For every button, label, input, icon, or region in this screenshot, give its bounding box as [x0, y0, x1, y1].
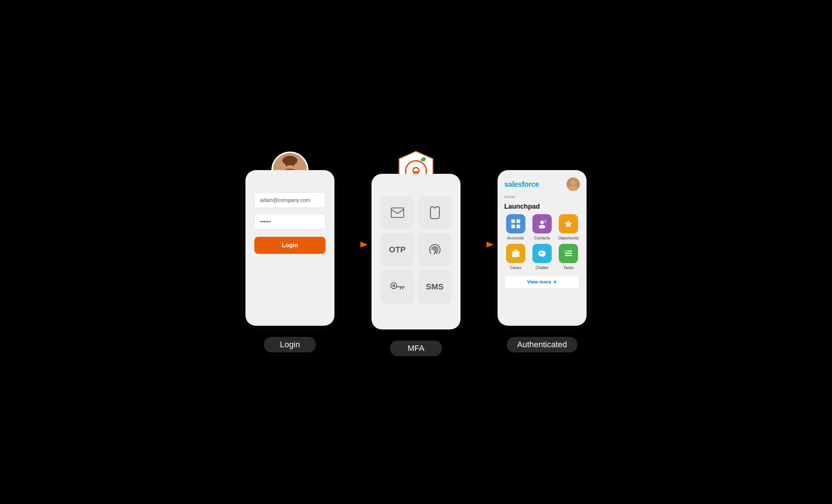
- sf-card-wrapper: salesforce Home Launchpad: [498, 170, 587, 326]
- svg-rect-32: [544, 222, 546, 223]
- contacts-icon: [532, 214, 552, 233]
- mfa-label: MFA: [390, 341, 442, 356]
- mfa-sms-option[interactable]: SMS: [418, 270, 452, 304]
- svg-rect-13: [391, 208, 404, 218]
- svg-marker-9: [360, 242, 368, 248]
- svg-point-15: [392, 285, 395, 287]
- mfa-phone-option[interactable]: [418, 196, 452, 229]
- arrow-2: [464, 239, 494, 265]
- chevron-down-icon: ∨: [553, 279, 557, 285]
- authenticated-label: Authenticated: [507, 337, 578, 352]
- sf-app-accounts[interactable]: Accounts: [504, 214, 527, 240]
- mfa-key-option[interactable]: [380, 270, 414, 304]
- sf-apps-grid: Accounts Conta: [504, 214, 580, 270]
- tasks-label: Tasks: [563, 265, 574, 270]
- svg-rect-35: [565, 253, 572, 254]
- email-input[interactable]: [254, 192, 326, 208]
- login-card-wrapper: Login: [245, 170, 334, 326]
- sf-app-chatter[interactable]: Chatter: [531, 244, 553, 270]
- accounts-icon: [506, 214, 525, 233]
- svg-point-28: [540, 220, 544, 224]
- chatter-icon: [532, 244, 552, 263]
- sf-app-contacts[interactable]: Contacts: [531, 214, 553, 240]
- mfa-otp-option[interactable]: OTP: [380, 233, 414, 266]
- opportunity-label: Opportunity: [558, 236, 579, 240]
- login-card: Login: [245, 170, 334, 326]
- svg-point-2: [283, 156, 297, 165]
- sf-app-tasks[interactable]: Tasks: [557, 244, 580, 270]
- chatter-label: Chatter: [535, 265, 549, 270]
- svg-rect-30: [544, 220, 547, 221]
- cases-icon: [506, 244, 525, 263]
- view-more-label: View more: [527, 279, 551, 285]
- svg-rect-31: [544, 221, 547, 222]
- svg-rect-27: [516, 225, 520, 228]
- sf-user-avatar: [567, 178, 580, 191]
- svg-point-29: [539, 225, 545, 229]
- mfa-card: OTP: [372, 174, 460, 329]
- login-button[interactable]: Login: [254, 237, 326, 254]
- svg-rect-26: [511, 225, 515, 228]
- sf-app-opportunity[interactable]: Opportunity: [557, 214, 580, 240]
- sf-breadcrumb: Home: [504, 195, 580, 199]
- sms-label: SMS: [426, 282, 444, 292]
- svg-rect-25: [516, 219, 520, 223]
- cases-label: Cases: [510, 265, 521, 270]
- arrow-1: [338, 239, 368, 265]
- svg-point-22: [571, 180, 576, 185]
- sf-app-cases[interactable]: Cases: [504, 244, 527, 270]
- svg-rect-33: [512, 251, 519, 257]
- mfa-step: OTP: [372, 148, 460, 356]
- svg-marker-20: [486, 242, 494, 248]
- svg-point-6: [286, 165, 288, 166]
- svg-point-7: [293, 165, 294, 166]
- mfa-card-wrapper: OTP: [372, 174, 460, 329]
- password-input[interactable]: [254, 214, 326, 229]
- svg-rect-36: [565, 255, 572, 256]
- view-more-button[interactable]: View more ∨: [504, 275, 580, 289]
- sf-header: salesforce: [504, 178, 580, 191]
- mfa-methods-grid: OTP: [380, 196, 452, 304]
- mfa-email-option[interactable]: [380, 196, 414, 229]
- salesforce-card: salesforce Home Launchpad: [498, 170, 587, 326]
- mfa-fingerprint-option[interactable]: [418, 233, 452, 266]
- sf-page-title: Launchpad: [504, 203, 580, 210]
- svg-rect-24: [511, 219, 515, 223]
- contacts-label: Contacts: [534, 236, 550, 240]
- main-flow: Login Login: [212, 148, 620, 356]
- opportunity-icon: [559, 214, 578, 233]
- login-label: Login: [264, 337, 316, 352]
- accounts-label: Accounts: [507, 236, 524, 240]
- tasks-icon: [559, 244, 578, 263]
- login-step: Login Login: [245, 152, 334, 352]
- salesforce-logo: salesforce: [504, 180, 539, 189]
- authenticated-step: salesforce Home Launchpad: [498, 152, 587, 352]
- otp-label: OTP: [389, 245, 406, 255]
